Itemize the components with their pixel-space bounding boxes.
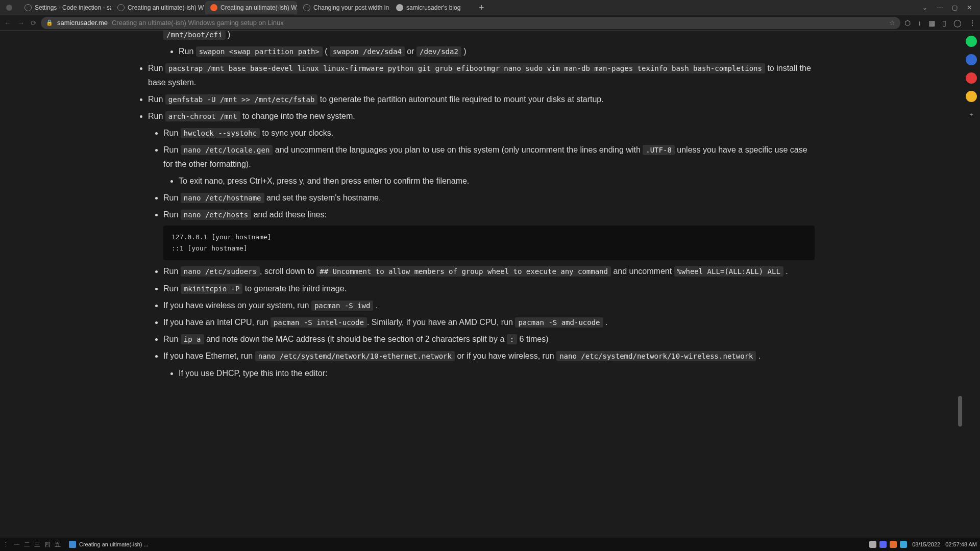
text: Run xyxy=(163,145,181,154)
text: If you have an Intel CPU, run xyxy=(163,318,271,327)
qr-icon[interactable]: ▦ xyxy=(928,19,935,27)
lock-icon: 🔒 xyxy=(46,19,53,26)
text: and uncomment xyxy=(611,267,674,276)
tiling-menu-icon[interactable]: ⋮ xyxy=(3,541,9,548)
taskbar: ⋮ 一 二 三 四 五 Creating an ultimate(-ish) .… xyxy=(0,538,980,551)
sidebar-add-icon[interactable]: + xyxy=(966,109,977,120)
shield-icon[interactable]: ⬡ xyxy=(904,19,911,27)
text: Run xyxy=(163,129,181,137)
tab-strip: Settings - Code injection - sa Creating … xyxy=(2,1,922,14)
tab-3-active[interactable]: Creating an ultimate(-ish) W xyxy=(205,1,297,14)
tray-volume-icon[interactable] xyxy=(869,541,876,548)
favicon-icon xyxy=(24,4,32,11)
menu-icon[interactable]: ⋮ xyxy=(969,19,976,27)
text: to sync your clocks. xyxy=(260,129,333,137)
sidebar-icon-1[interactable] xyxy=(966,36,977,47)
text: and note down the MAC address (it should… xyxy=(204,335,507,343)
text: Run xyxy=(148,64,165,72)
text: Run xyxy=(148,112,165,120)
url-title: Creating an ultimate(-ish) Windows gamin… xyxy=(112,19,284,27)
code-inline: nano /etc/locale.gen xyxy=(181,145,273,155)
sidebar-icon-3[interactable] xyxy=(966,72,977,84)
favicon-icon xyxy=(396,4,403,11)
workspace-1[interactable]: 一 xyxy=(13,540,21,549)
text: and set the system's hostname. xyxy=(264,193,381,202)
text: Run xyxy=(148,95,165,104)
scrollbar[interactable] xyxy=(958,31,963,538)
back-icon[interactable]: ← xyxy=(4,19,11,27)
code-inline: swapon /dev/sda4 xyxy=(330,46,405,57)
code-inline: : xyxy=(507,334,517,344)
code-inline: genfstab -U /mnt >> /mnt/etc/fstab xyxy=(165,94,318,105)
workspace-4[interactable]: 四 xyxy=(43,540,52,549)
taskbar-date: 08/15/2022 xyxy=(912,541,940,547)
tab-5[interactable]: samicrusader's blog xyxy=(391,1,473,14)
list-item: If you have an Intel CPU, run pacman -S … xyxy=(163,315,815,329)
text: If you have Ethernet, run xyxy=(163,352,255,360)
tab-label: Settings - Code injection - sa xyxy=(35,4,111,11)
window-titlebar: Settings - Code injection - sa Creating … xyxy=(0,0,980,15)
code-inline: pacman -S amd-ucode xyxy=(515,317,603,328)
text: Run xyxy=(163,267,181,276)
favicon-icon xyxy=(303,4,310,11)
code-inline: pacman -S intel-ucode xyxy=(271,317,367,328)
url-host: samicrusader.me xyxy=(57,19,108,27)
list-item: If you have wireless on your system, run… xyxy=(163,298,815,312)
maximize-icon[interactable]: ▢ xyxy=(952,4,958,11)
tab-dropdown-icon[interactable]: ⌄ xyxy=(922,4,927,11)
tab-1[interactable]: Settings - Code injection - sa xyxy=(19,1,111,14)
taskbar-app[interactable]: Creating an ultimate(-ish) ... xyxy=(66,541,152,548)
url-bar[interactable]: 🔒 samicrusader.me Creating an ultimate(-… xyxy=(41,17,900,29)
list-item: Run nano /etc/sudoers, scroll down to ##… xyxy=(163,264,815,278)
tab-label: Changing your post width in xyxy=(313,4,389,11)
tab-4[interactable]: Changing your post width in xyxy=(298,1,390,14)
profile-icon[interactable]: ◯ xyxy=(953,19,962,27)
forward-icon[interactable]: → xyxy=(17,19,24,27)
tray-app-icon[interactable] xyxy=(890,541,897,548)
article-content: /mnt/boot/efi ) Run swapon <swap partiti… xyxy=(0,31,963,404)
bookmark-star-icon[interactable]: ☆ xyxy=(889,19,895,27)
tab-label: samicrusader's blog xyxy=(406,4,460,11)
close-icon[interactable]: ✕ xyxy=(967,4,972,11)
minimize-icon[interactable]: — xyxy=(937,4,943,11)
code-inline: ip a xyxy=(181,334,204,344)
sidebar-icon-4[interactable] xyxy=(966,91,977,102)
text: ) xyxy=(461,47,467,56)
code-inline: mkinitcpio -P xyxy=(181,284,243,294)
new-tab-button[interactable]: + xyxy=(474,3,489,13)
text: . xyxy=(603,318,608,327)
tab-label: Creating an ultimate(-ish) Wi xyxy=(128,4,204,11)
code-inline: nano /etc/systemd/network/10-ethernet.ne… xyxy=(255,351,455,361)
tab-2[interactable]: Creating an ultimate(-ish) Wi xyxy=(112,1,204,14)
tray-discord-icon[interactable] xyxy=(879,541,887,548)
tab-label: Creating an ultimate(-ish) W xyxy=(220,4,297,11)
text: ) xyxy=(226,31,231,39)
list-item: Run pacstrap /mnt base base-devel linux … xyxy=(148,61,815,89)
workspace-2[interactable]: 二 xyxy=(23,540,31,549)
code-inline: nano /etc/systemd/network/10-wireless.ne… xyxy=(556,351,756,361)
code-inline: %wheel ALL=(ALL:ALL) ALL xyxy=(674,266,783,277)
list-item: Run nano /etc/locale.gen and uncomment t… xyxy=(163,143,815,188)
code-inline: nano /etc/hosts xyxy=(181,210,251,220)
workspace-picker: 一 二 三 四 五 xyxy=(13,540,62,549)
code-inline: .UTF-8 xyxy=(643,145,675,155)
reload-icon[interactable]: ⟳ xyxy=(31,19,37,27)
address-bar-row: ← → ⟳ 🔒 samicrusader.me Creating an ulti… xyxy=(0,15,980,31)
text: Run xyxy=(179,47,196,56)
nav-buttons: ← → ⟳ xyxy=(4,19,37,27)
workspace-3[interactable]: 三 xyxy=(33,540,41,549)
sidebar-icon-2[interactable] xyxy=(966,54,977,65)
text: and add these lines: xyxy=(251,210,327,219)
scrollbar-thumb[interactable] xyxy=(958,396,962,427)
window-close-dot[interactable] xyxy=(6,5,12,11)
tray-app2-icon[interactable] xyxy=(900,541,907,548)
code-inline: arch-chroot /mnt xyxy=(165,111,240,121)
taskbar-app-icon xyxy=(69,541,76,548)
list-item: Run ip a and note down the MAC address (… xyxy=(163,332,815,346)
code-inline: ## Uncomment to allow members of group w… xyxy=(316,266,611,277)
text: Run xyxy=(163,210,181,219)
workspace-5[interactable]: 五 xyxy=(54,540,62,549)
download-icon[interactable]: ↓ xyxy=(918,19,921,27)
list-item: If you use DHCP, type this into the edit… xyxy=(179,366,815,380)
sidepanel-icon[interactable]: ▯ xyxy=(942,19,946,27)
